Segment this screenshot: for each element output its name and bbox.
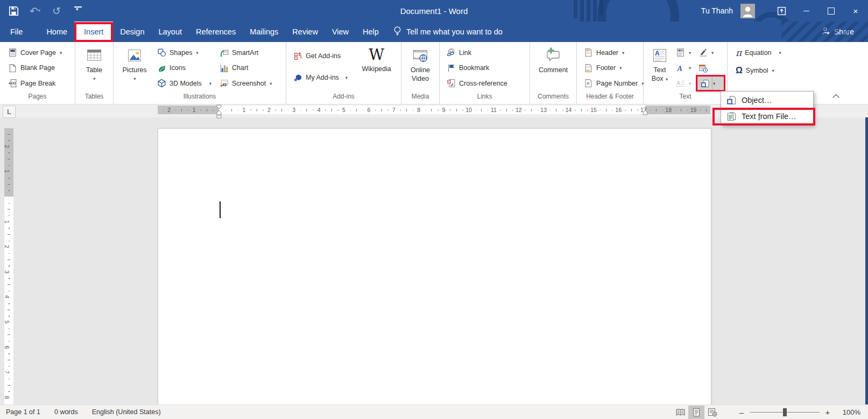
tab-review[interactable]: Review: [285, 22, 325, 42]
footer-button[interactable]: Footer▾: [581, 61, 646, 75]
chart-button[interactable]: Chart: [217, 61, 281, 75]
object-dropdown-caret[interactable]: ▾: [712, 77, 715, 90]
zoom-slider[interactable]: [750, 412, 820, 413]
right-indent-marker[interactable]: [643, 110, 648, 115]
blank-page-button[interactable]: Blank Page: [5, 61, 65, 75]
first-line-indent-marker[interactable]: [216, 104, 222, 109]
text-from-file-icon: [721, 111, 742, 122]
document-page[interactable]: [158, 128, 711, 404]
page-break-button[interactable]: Page Break: [5, 76, 65, 90]
zoom-level[interactable]: 100%: [835, 408, 860, 416]
tab-help[interactable]: Help: [356, 22, 386, 42]
ruler-tick: [9, 391, 10, 392]
word-count[interactable]: 0 words: [54, 408, 78, 416]
tab-insert[interactable]: Insert: [74, 22, 113, 42]
ruler-tick: [257, 109, 257, 111]
group-label: Add-ins: [286, 92, 401, 104]
tab-home[interactable]: Home: [39, 22, 74, 42]
ruler-tick: 4: [317, 106, 321, 114]
close-button[interactable]: ×: [843, 0, 868, 22]
tab-view[interactable]: View: [325, 22, 356, 42]
cross-reference-button[interactable]: Cross-reference: [444, 76, 510, 90]
get-addins-icon: [293, 52, 302, 61]
print-layout-button[interactable]: [688, 406, 704, 419]
language-indicator[interactable]: English (United States): [92, 408, 161, 416]
icons-button[interactable]: Icons: [154, 61, 217, 75]
lightbulb-icon: [393, 26, 401, 38]
vertical-ruler[interactable]: 2112345678: [4, 128, 13, 404]
group-label: Media: [401, 92, 439, 104]
menu-item-text-from-file[interactable]: Text from File…: [721, 108, 813, 124]
dropdown-caret-icon: ▾: [711, 50, 714, 55]
scrollbar[interactable]: [865, 117, 868, 404]
page-number-button[interactable]: # Page Number▾: [581, 76, 646, 90]
save-icon[interactable]: [6, 4, 20, 18]
comment-button[interactable]: Comment: [539, 45, 568, 92]
ruler-tick: [263, 110, 264, 111]
smartart-button[interactable]: SmartArt: [217, 45, 281, 60]
table-button[interactable]: Table ▾: [86, 45, 103, 92]
undo-icon[interactable]: ↶▾: [28, 4, 42, 18]
signature-line-button[interactable]: ▾: [697, 45, 724, 60]
ruler-tick: [581, 109, 582, 111]
date-time-button[interactable]: [697, 61, 724, 75]
maximize-button[interactable]: [818, 0, 843, 22]
menu-item-object[interactable]: Object…: [721, 92, 813, 108]
share-button[interactable]: Share: [821, 22, 854, 42]
ruler-tick: [656, 109, 657, 111]
tab-mailings[interactable]: Mailings: [243, 22, 285, 42]
bookmark-button[interactable]: Bookmark: [444, 61, 510, 75]
my-addins-button[interactable]: My Add-ins▾: [291, 71, 353, 85]
ribbon-display-options-icon[interactable]: [769, 0, 794, 22]
ruler-tick: [382, 109, 382, 111]
zoom-in-button[interactable]: +: [821, 408, 835, 417]
ruler-tick: 4: [4, 295, 10, 298]
tab-file[interactable]: File: [0, 22, 33, 42]
page-indicator[interactable]: Page 1 of 1: [6, 408, 40, 416]
horizontal-ruler[interactable]: 2112345678910111213141516171819: [158, 106, 710, 114]
text-box-button[interactable]: A Text Box ▾: [645, 45, 675, 92]
read-mode-button[interactable]: [672, 406, 688, 419]
ruler-tick: [238, 110, 239, 111]
pictures-button[interactable]: Pictures ▾: [115, 45, 154, 92]
screenshot-button[interactable]: Screenshot▾: [217, 76, 281, 90]
ruler-tick: [488, 110, 489, 111]
dropdown-caret-icon: ▾: [689, 81, 691, 86]
ruler-tick: [9, 253, 10, 254]
drop-cap-icon: A: [676, 79, 685, 88]
header-button[interactable]: Header▾: [581, 45, 646, 60]
object-split-button[interactable]: ▾: [697, 76, 724, 90]
customize-qat-icon[interactable]: [71, 4, 85, 18]
online-video-button[interactable]: Online Video: [411, 45, 430, 92]
link-button[interactable]: Link: [444, 45, 510, 60]
tab-references[interactable]: References: [189, 22, 243, 42]
zoom-slider-thumb[interactable]: [783, 408, 787, 416]
tab-layout[interactable]: Layout: [151, 22, 189, 42]
wikipedia-button[interactable]: W Wikipedia: [353, 45, 400, 92]
user-name[interactable]: Tu Thanh: [701, 6, 733, 15]
ruler-tick: [9, 329, 10, 330]
symbol-button[interactable]: Ω Symbol▾: [733, 63, 784, 78]
group-illustrations: Pictures ▾ Shapes▾ Icons 3D Models▾: [114, 42, 286, 104]
web-layout-button[interactable]: [704, 406, 721, 419]
zoom-out-button[interactable]: –: [735, 408, 749, 417]
left-indent-marker[interactable]: [216, 115, 222, 120]
tab-design[interactable]: Design: [113, 22, 151, 42]
collapse-ribbon-icon[interactable]: [832, 91, 840, 101]
tab-selector[interactable]: L: [3, 106, 16, 118]
redo-icon[interactable]: ↺: [50, 4, 63, 18]
shapes-button[interactable]: Shapes▾: [154, 45, 217, 60]
wordart-button[interactable]: A ▾: [675, 61, 697, 75]
get-addins-button[interactable]: Get Add-ins: [291, 49, 353, 64]
equation-button[interactable]: π Equation▾: [733, 45, 784, 60]
avatar[interactable]: [740, 4, 755, 18]
text-cursor: [220, 201, 221, 218]
tell-me-box[interactable]: Tell me what you want to do: [393, 22, 503, 42]
minimize-button[interactable]: [794, 0, 818, 22]
cover-page-button[interactable]: Cover Page▾: [5, 45, 65, 60]
quick-parts-button[interactable]: ▾: [675, 45, 697, 60]
3d-models-button[interactable]: 3D Models▾: [154, 76, 217, 90]
drop-cap-button[interactable]: A ▾: [675, 76, 697, 90]
ruler-tick: [313, 110, 314, 111]
object-icon[interactable]: [698, 77, 712, 90]
